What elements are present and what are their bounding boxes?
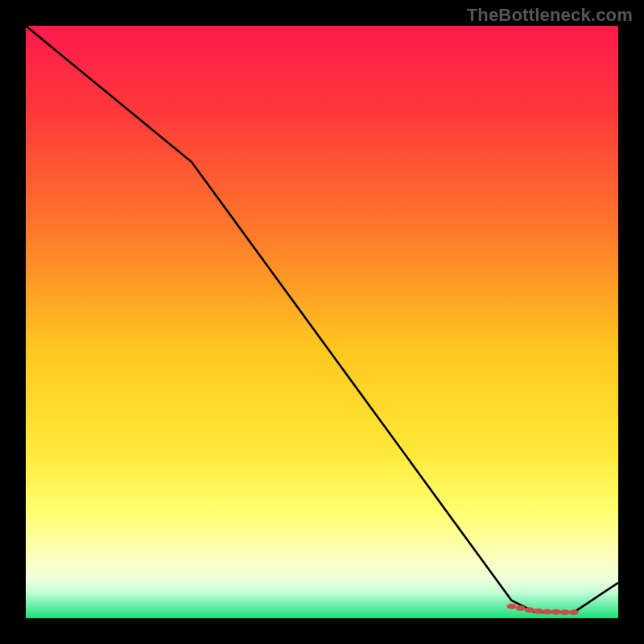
series-dot <box>543 609 552 614</box>
plot-area <box>26 26 618 618</box>
series-dot <box>516 605 526 611</box>
series-dot <box>525 607 535 613</box>
gradient-background <box>26 26 618 618</box>
chart-svg <box>26 26 618 618</box>
series-dot <box>560 609 570 615</box>
attribution-text: TheBottleneck.com <box>467 5 633 26</box>
series-dot <box>507 604 517 609</box>
chart-frame: TheBottleneck.com <box>0 0 644 644</box>
series-dot <box>569 609 579 615</box>
series-dot <box>534 609 543 614</box>
series-dot <box>551 609 561 615</box>
